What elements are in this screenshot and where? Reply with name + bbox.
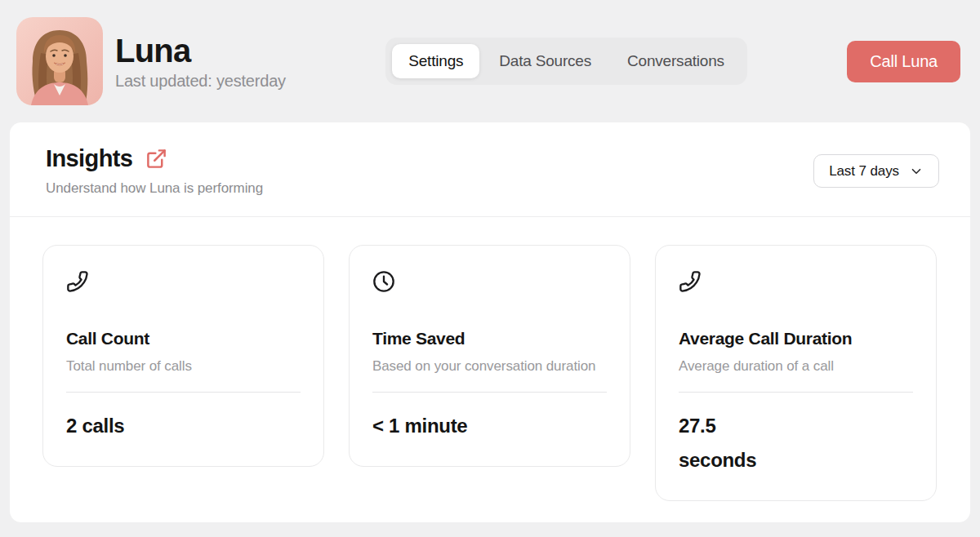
metric-value: < 1 minute <box>372 409 607 443</box>
tab-conversations[interactable]: Conversations <box>611 44 741 78</box>
metric-title: Average Call Duration <box>679 329 913 348</box>
avatar-image <box>16 17 103 105</box>
metric-card-call-count: Call Count Total number of calls 2 calls <box>42 245 324 467</box>
date-range-label: Last 7 days <box>829 163 899 180</box>
insights-header: Insights Understand how Luna is performi… <box>10 122 970 217</box>
metric-description: Total number of calls <box>66 355 301 379</box>
metric-title: Time Saved <box>372 329 607 348</box>
last-updated: Last updated: yesterday <box>115 72 286 91</box>
external-link-icon[interactable] <box>145 148 167 170</box>
date-range-dropdown[interactable]: Last 7 days <box>813 154 939 188</box>
tab-settings[interactable]: Settings <box>392 44 479 78</box>
insights-panel: Insights Understand how Luna is performi… <box>10 122 970 522</box>
app-root: Luna Last updated: yesterday Settings Da… <box>0 0 980 522</box>
metric-cards: Call Count Total number of calls 2 calls… <box>10 217 970 529</box>
metric-description: Average duration of a call <box>679 355 913 379</box>
agent-name: Luna <box>115 33 286 69</box>
avatar <box>16 17 103 105</box>
metric-value: 2 calls <box>66 409 301 443</box>
agent-text: Luna Last updated: yesterday <box>115 33 286 91</box>
metric-title: Call Count <box>66 329 301 348</box>
chevron-down-icon <box>909 164 924 179</box>
page-title: Insights <box>46 145 132 172</box>
phone-icon <box>66 270 89 293</box>
metric-value: 27.5 seconds <box>679 409 913 477</box>
call-luna-button[interactable]: Call Luna <box>847 41 960 82</box>
clock-icon <box>372 270 395 293</box>
tab-bar: Settings Data Sources Conversations <box>385 38 747 85</box>
phone-icon <box>679 270 702 293</box>
insights-heading-block: Insights Understand how Luna is performi… <box>46 145 263 197</box>
metric-description: Based on your conversation duration <box>372 355 607 379</box>
divider <box>679 392 913 393</box>
top-bar: Luna Last updated: yesterday Settings Da… <box>0 0 980 122</box>
metric-card-time-saved: Time Saved Based on your conversation du… <box>349 245 630 467</box>
metric-card-average-call-duration: Average Call Duration Average duration o… <box>655 245 937 501</box>
tab-data-sources[interactable]: Data Sources <box>483 44 608 78</box>
insights-subtitle: Understand how Luna is performing <box>46 180 263 197</box>
agent-info: Luna Last updated: yesterday <box>16 17 286 105</box>
divider <box>66 392 301 393</box>
divider <box>372 392 607 393</box>
